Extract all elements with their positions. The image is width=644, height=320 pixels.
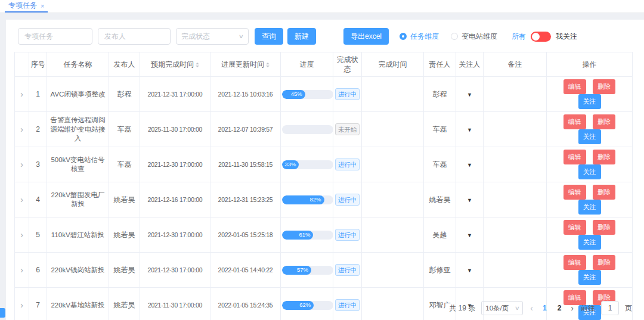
follow-button[interactable]: 关注 xyxy=(578,200,601,215)
main-panel: 完成状态 ∨ 查询 新建 导出excel 任务维度 变电站维度 所有 我关注 xyxy=(6,20,644,320)
watchers-dropdown-caret[interactable]: ▼ xyxy=(467,92,472,98)
delete-button[interactable]: 删除 xyxy=(593,255,615,270)
follow-button[interactable]: 关注 xyxy=(578,94,601,109)
watchers-dropdown-caret[interactable]: ▼ xyxy=(467,232,472,238)
publisher-input[interactable] xyxy=(98,28,171,45)
tab-close-icon[interactable]: × xyxy=(41,2,44,10)
header-actions: 操作 xyxy=(547,52,633,77)
prev-page-icon[interactable]: ‹ xyxy=(529,303,534,313)
edit-button[interactable]: 编辑 xyxy=(564,150,586,164)
progress-bar xyxy=(282,125,333,134)
cell-remark xyxy=(484,112,547,147)
my-follow-label: 我关注 xyxy=(556,32,577,42)
progress-fill: 82% xyxy=(282,195,324,204)
delete-button[interactable]: 删除 xyxy=(593,150,615,164)
page-number-1[interactable]: 1 xyxy=(540,304,549,312)
progress-fill: 33% xyxy=(282,160,299,169)
follow-button[interactable]: 关注 xyxy=(578,129,601,144)
cell-owner: 吴越 xyxy=(424,218,456,253)
edit-button[interactable]: 编辑 xyxy=(564,114,586,129)
cell-task-name: 告警直传远程调阅源端维护变电站接入 xyxy=(47,112,109,147)
progress-bar: 33% xyxy=(282,160,333,169)
table-row: › 5 110kV碧江站新投 姚若昊 2021-12-30 17:00:00 2… xyxy=(15,218,633,253)
header-expand xyxy=(15,52,29,77)
tab-special-tasks[interactable]: 专项任务 × xyxy=(5,0,48,13)
delete-button[interactable]: 删除 xyxy=(593,220,615,235)
expand-row-icon[interactable]: › xyxy=(20,230,23,240)
expand-row-icon[interactable]: › xyxy=(20,265,23,275)
radio-substation-dimension[interactable]: 变电站维度 xyxy=(451,32,497,42)
progress-fill: 45% xyxy=(282,90,305,99)
delete-button[interactable]: 删除 xyxy=(593,79,615,94)
expand-row-icon[interactable]: › xyxy=(20,195,23,204)
watchers-dropdown-caret[interactable]: ▼ xyxy=(467,127,472,133)
table-row: › 6 220kV钱岗站新投 姚若昊 2021-12-30 17:00:00 2… xyxy=(15,253,633,288)
tab-label: 专项任务 xyxy=(8,1,37,11)
follow-toggle[interactable] xyxy=(531,32,551,42)
cell-no: 6 xyxy=(29,253,47,288)
status-badge: 进行中 xyxy=(335,194,360,206)
radio-unchecked-icon xyxy=(451,33,458,40)
edit-button[interactable]: 编辑 xyxy=(564,220,586,235)
cell-publisher: 姚若昊 xyxy=(109,253,140,288)
progress-label: 33% xyxy=(284,161,296,169)
cell-due-time: 2021-11-30 17:00:00 xyxy=(140,288,210,320)
sort-icon[interactable] xyxy=(266,61,270,69)
task-table: 序号 任务名称 发布人 预期完成时间 进展更新时间 进度 完成状态 完成时间 责… xyxy=(14,52,632,320)
progress-bar: 82% xyxy=(282,195,333,204)
table-header-row: 序号 任务名称 发布人 预期完成时间 进展更新时间 进度 完成状态 完成时间 责… xyxy=(15,52,633,77)
page-number-2[interactable]: 2 xyxy=(555,304,564,312)
cell-due-time: 2021-12-31 17:00:00 xyxy=(140,77,210,112)
task-name-input[interactable] xyxy=(18,28,92,45)
export-excel-button[interactable]: 导出excel xyxy=(343,28,389,45)
expand-row-icon[interactable]: › xyxy=(20,125,23,134)
edit-button[interactable]: 编辑 xyxy=(564,255,586,270)
progress-bar: 45% xyxy=(282,90,333,99)
watchers-dropdown-caret[interactable]: ▼ xyxy=(467,197,472,203)
delete-button[interactable]: 删除 xyxy=(593,114,615,129)
expand-row-icon[interactable]: › xyxy=(20,300,23,310)
query-button[interactable]: 查询 xyxy=(255,28,283,45)
cell-publisher: 车磊 xyxy=(109,147,140,182)
cell-update-time: 2021-12-15 10:03:16 xyxy=(210,77,281,112)
page-size-select[interactable]: 10条/页 ∨ xyxy=(481,301,523,315)
header-due-time: 预期完成时间 xyxy=(140,52,210,77)
edit-button[interactable]: 编辑 xyxy=(564,79,586,94)
toggle-knob xyxy=(532,33,540,41)
follow-button[interactable]: 关注 xyxy=(578,164,601,179)
sort-icon[interactable] xyxy=(196,61,199,69)
cell-task-name: 220kV蟹围发电厂新投 xyxy=(47,182,109,218)
goto-page-input[interactable] xyxy=(601,301,619,315)
status-select[interactable]: 完成状态 ∨ xyxy=(176,28,249,45)
follow-button[interactable]: 关注 xyxy=(578,235,601,250)
cell-finish-time xyxy=(362,218,424,253)
page-suffix-label: 页 xyxy=(625,303,632,313)
progress-bar: 61% xyxy=(282,231,333,240)
radio-task-dimension[interactable]: 任务维度 xyxy=(400,32,439,42)
corner-accent xyxy=(0,308,5,318)
status-badge: 进行中 xyxy=(335,299,360,311)
cell-task-name: 220kV钱岗站新投 xyxy=(47,253,109,288)
cell-remark xyxy=(484,147,547,182)
filter-toolbar: 完成状态 ∨ 查询 新建 导出excel 任务维度 变电站维度 所有 我关注 xyxy=(6,20,644,51)
cell-update-time: 2021-12-07 10:39:57 xyxy=(210,112,281,147)
header-status: 完成状态 xyxy=(333,52,362,77)
expand-row-icon[interactable]: › xyxy=(20,160,23,169)
radio-task-label: 任务维度 xyxy=(410,32,439,42)
cell-no: 5 xyxy=(29,218,47,253)
edit-button[interactable]: 编辑 xyxy=(564,185,586,200)
delete-button[interactable]: 删除 xyxy=(593,185,615,200)
watchers-dropdown-caret[interactable]: ▼ xyxy=(467,162,472,168)
follow-button[interactable]: 关注 xyxy=(578,270,601,285)
next-page-icon[interactable]: › xyxy=(569,303,575,313)
watchers-dropdown-caret[interactable]: ▼ xyxy=(467,268,472,274)
header-watchers: 关注人 xyxy=(456,52,484,77)
progress-label: 82% xyxy=(310,196,321,204)
cell-remark xyxy=(484,253,547,288)
tab-bar: 专项任务 × xyxy=(0,0,644,13)
expand-row-icon[interactable]: › xyxy=(20,89,23,99)
cell-owner: 车磊 xyxy=(424,112,456,147)
header-update-time: 进展更新时间 xyxy=(210,52,281,77)
create-button[interactable]: 新建 xyxy=(287,28,316,45)
cell-finish-time xyxy=(362,112,424,147)
